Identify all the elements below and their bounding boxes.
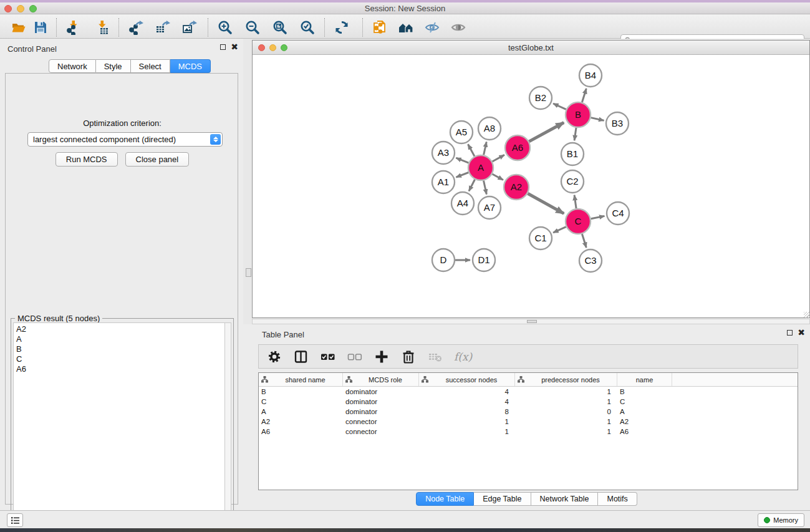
task-history-button[interactable] bbox=[7, 513, 23, 527]
trash-icon[interactable] bbox=[400, 349, 417, 365]
export-table-icon[interactable] bbox=[154, 19, 171, 36]
column-header-MCDS-role[interactable]: MCDS role bbox=[343, 373, 419, 386]
column-header-shared-name[interactable]: shared name bbox=[259, 373, 343, 386]
graph-node-B2[interactable]: B2 bbox=[529, 87, 552, 109]
run-mcds-button[interactable]: Run MCDS bbox=[55, 152, 118, 167]
graph-node-A7[interactable]: A7 bbox=[478, 196, 501, 219]
table-cell: 8 bbox=[419, 408, 515, 415]
float-table-panel-icon[interactable] bbox=[787, 330, 793, 336]
tab-network[interactable]: Network bbox=[49, 59, 96, 73]
graph-node-A1[interactable]: A1 bbox=[432, 171, 455, 193]
graph-node-A2[interactable]: A2 bbox=[504, 175, 529, 200]
export-image-icon[interactable] bbox=[181, 19, 198, 36]
zoom-out-icon[interactable] bbox=[244, 19, 261, 36]
tab-edge-table[interactable]: Edge Table bbox=[474, 492, 531, 506]
graph-node-A3[interactable]: A3 bbox=[432, 142, 455, 164]
node-table[interactable]: shared nameMCDS rolesuccessor nodesprede… bbox=[258, 372, 798, 490]
graph-node-B3[interactable]: B3 bbox=[606, 112, 629, 135]
column-header-name[interactable]: name bbox=[617, 373, 672, 386]
delete-table-icon[interactable] bbox=[427, 349, 443, 365]
table-row[interactable]: Adominator80A bbox=[259, 407, 798, 417]
graph-node-D1[interactable]: D1 bbox=[473, 249, 495, 271]
graph-node-C4[interactable]: C4 bbox=[607, 202, 629, 225]
zoom-fit-icon[interactable] bbox=[271, 19, 289, 36]
graph-node-D[interactable]: D bbox=[432, 249, 455, 271]
hide-eye-icon[interactable] bbox=[423, 19, 441, 36]
duplicate-network-icon[interactable] bbox=[371, 19, 388, 36]
table-panel: Table Panel ✖ f(x) shared nameMCDS roles… bbox=[243, 324, 810, 510]
zoom-in-icon[interactable] bbox=[216, 19, 234, 36]
import-network-icon[interactable] bbox=[65, 19, 82, 36]
show-eye-icon[interactable] bbox=[450, 19, 467, 36]
tab-mcds[interactable]: MCDS bbox=[170, 59, 211, 73]
zoom-selected-icon[interactable] bbox=[299, 19, 316, 36]
svg-text:A8: A8 bbox=[484, 123, 495, 133]
table-cell: C bbox=[617, 398, 672, 405]
result-list-scrollbar[interactable] bbox=[224, 322, 231, 531]
graph-node-B1[interactable]: B1 bbox=[561, 143, 584, 165]
close-table-panel-icon[interactable]: ✖ bbox=[798, 329, 805, 336]
desktop-vertical-scrollbar[interactable] bbox=[246, 268, 251, 277]
svg-text:A3: A3 bbox=[438, 147, 449, 158]
window-titlebar[interactable]: Session: New Session bbox=[0, 2, 810, 14]
graph-node-A6[interactable]: A6 bbox=[505, 135, 530, 160]
refresh-icon[interactable] bbox=[333, 19, 350, 36]
save-session-icon[interactable] bbox=[32, 19, 49, 36]
gear-icon[interactable] bbox=[266, 349, 282, 365]
column-header-successor-nodes[interactable]: successor nodes bbox=[419, 373, 515, 386]
table-row[interactable]: A6connector11A6 bbox=[259, 427, 798, 437]
tab-node-table[interactable]: Node Table bbox=[416, 492, 474, 506]
result-item[interactable]: A bbox=[16, 334, 224, 344]
network-window-titlebar[interactable]: testGlobe.txt bbox=[253, 41, 809, 55]
graph-node-C3[interactable]: C3 bbox=[579, 249, 602, 272]
graph-node-A8[interactable]: A8 bbox=[478, 117, 501, 140]
graph-node-C1[interactable]: C1 bbox=[529, 227, 552, 249]
edge-A2-C bbox=[528, 193, 564, 213]
graph-node-B[interactable]: B bbox=[566, 102, 591, 127]
network-window[interactable]: testGlobe.txt A A1 A2 A3 A4 A5 A6 A7 A8 … bbox=[252, 40, 810, 318]
toolbar-separator bbox=[118, 18, 119, 37]
graph-node-B4[interactable]: B4 bbox=[579, 64, 602, 87]
float-panel-icon[interactable] bbox=[220, 44, 226, 50]
toolbar-separator bbox=[208, 18, 208, 37]
criterion-dropdown[interactable]: largest connected component (directed) bbox=[27, 132, 223, 147]
column-header-predecessor-nodes[interactable]: predecessor nodes bbox=[515, 373, 617, 386]
mcds-result-list[interactable]: A2ABCA6 bbox=[13, 322, 224, 531]
result-item[interactable]: B bbox=[16, 344, 224, 354]
graph-node-A5[interactable]: A5 bbox=[450, 121, 473, 143]
function-builder-icon[interactable]: f(x) bbox=[454, 351, 472, 363]
uncheck-pair-icon[interactable] bbox=[347, 349, 363, 365]
svg-text:C1: C1 bbox=[534, 233, 546, 243]
close-panel-button[interactable]: Close panel bbox=[125, 152, 190, 167]
mcds-tab-content: Optimization criterion: largest connecte… bbox=[5, 73, 238, 505]
tab-style[interactable]: Style bbox=[96, 59, 131, 73]
network-canvas[interactable]: A A1 A2 A3 A4 A5 A6 A7 A8 B B1 B2 B3 B4 … bbox=[253, 55, 809, 317]
graph-node-C[interactable]: C bbox=[566, 209, 591, 234]
table-row[interactable]: Bdominator41B bbox=[259, 387, 798, 397]
graph-node-A[interactable]: A bbox=[468, 155, 493, 180]
resize-grip[interactable] bbox=[804, 312, 810, 318]
close-panel-icon[interactable]: ✖ bbox=[231, 44, 238, 50]
result-item[interactable]: C bbox=[16, 354, 224, 364]
tab-network-table[interactable]: Network Table bbox=[531, 492, 599, 506]
memory-button[interactable]: Memory bbox=[758, 513, 804, 527]
result-item[interactable]: A6 bbox=[16, 364, 224, 374]
import-table-icon[interactable] bbox=[94, 19, 111, 36]
graph-node-A4[interactable]: A4 bbox=[451, 192, 474, 215]
columns-icon[interactable] bbox=[293, 349, 309, 365]
tab-motifs[interactable]: Motifs bbox=[598, 492, 637, 506]
table-row[interactable]: Cdominator41C bbox=[259, 397, 798, 407]
open-file-icon[interactable] bbox=[10, 19, 27, 36]
result-item[interactable]: A2 bbox=[16, 324, 224, 334]
home-icon[interactable] bbox=[397, 19, 415, 36]
edge-A-A5 bbox=[468, 144, 475, 156]
edge-C-C2 bbox=[574, 195, 576, 208]
h-scrollbar-handle[interactable] bbox=[527, 320, 537, 323]
check-pair-icon[interactable] bbox=[320, 349, 336, 365]
add-icon[interactable] bbox=[374, 349, 390, 365]
graph-node-C2[interactable]: C2 bbox=[561, 170, 584, 193]
table-row[interactable]: A2connector11A2 bbox=[259, 417, 798, 427]
desktop-horizontal-scrollbar[interactable] bbox=[252, 319, 810, 324]
export-network-icon[interactable] bbox=[127, 19, 145, 36]
tab-select[interactable]: Select bbox=[131, 59, 170, 73]
